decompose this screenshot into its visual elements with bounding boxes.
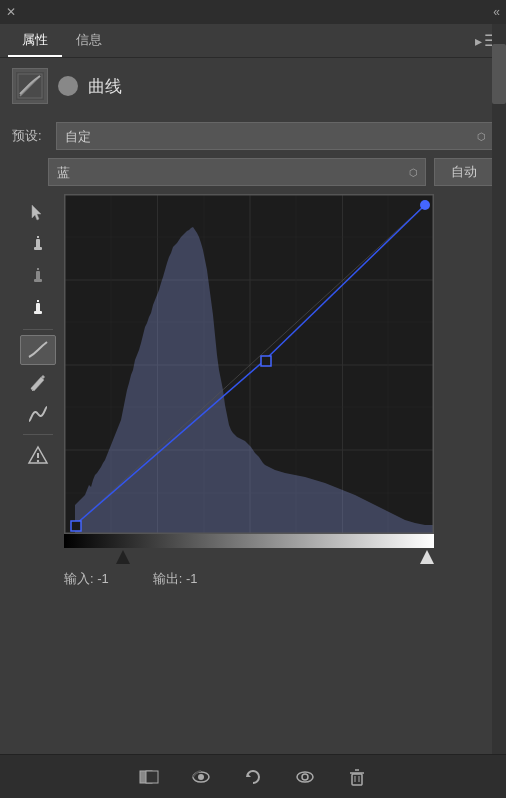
- tab-properties[interactable]: 属性: [8, 25, 62, 57]
- channel-select-wrapper: RGB 红 绿 蓝: [48, 158, 426, 186]
- panel-header: 曲线: [0, 58, 506, 114]
- channel-row: RGB 红 绿 蓝 自动: [12, 158, 494, 186]
- eyedropper-white-tool[interactable]: [20, 294, 56, 324]
- pointer-tool[interactable]: [20, 198, 56, 228]
- tools-sidebar: [12, 194, 64, 588]
- svg-rect-34: [261, 356, 271, 366]
- eyedropper-gray-tool[interactable]: [20, 262, 56, 292]
- pencil-tool[interactable]: [20, 367, 56, 397]
- svg-rect-44: [352, 774, 362, 785]
- svg-rect-7: [34, 279, 42, 282]
- grid-svg: [65, 195, 433, 533]
- io-row: 输入: -1 输出: -1: [64, 570, 494, 588]
- curves-icon-svg: [16, 72, 44, 100]
- curve-tool[interactable]: [20, 335, 56, 365]
- reset-button[interactable]: [237, 761, 269, 793]
- svg-rect-33: [71, 521, 81, 531]
- scrollbar-thumb[interactable]: [492, 44, 506, 104]
- svg-rect-10: [34, 311, 42, 314]
- output-label: 输出: -1: [153, 570, 198, 588]
- svg-point-40: [198, 774, 204, 780]
- preset-row: 预设: 自定 默认 增强对比度 强化阴影: [12, 122, 494, 150]
- tool-separator-1: [23, 329, 53, 330]
- white-point-slider[interactable]: [420, 550, 434, 564]
- preset-select[interactable]: 自定 默认 增强对比度 强化阴影: [56, 122, 494, 150]
- curve-canvas[interactable]: [64, 194, 434, 534]
- svg-rect-38: [146, 771, 158, 783]
- preset-select-wrapper: 自定 默认 增强对比度 强化阴影: [56, 122, 494, 150]
- content-area: 预设: 自定 默认 增强对比度 强化阴影 RGB 红 绿 蓝 自动: [0, 114, 506, 594]
- channel-select[interactable]: RGB 红 绿 蓝: [48, 158, 426, 186]
- curves-icon-box: [12, 68, 48, 104]
- close-icon[interactable]: ✕: [6, 5, 16, 19]
- tabs-bar: 属性 信息 ▸ ☰: [0, 24, 506, 58]
- eyedropper-black-tool[interactable]: [20, 230, 56, 260]
- preset-label: 预设:: [12, 127, 48, 145]
- auto-button[interactable]: 自动: [434, 158, 494, 186]
- gradient-strip-bottom: [64, 534, 434, 548]
- panel-title: 曲线: [88, 75, 122, 98]
- title-bar: ✕ «: [0, 0, 506, 24]
- black-point-slider[interactable]: [116, 550, 130, 564]
- curve-container: 输入: -1 输出: -1: [64, 194, 494, 588]
- svg-point-43: [302, 774, 308, 780]
- delete-button[interactable]: [341, 761, 373, 793]
- eye-filled-button[interactable]: [185, 761, 217, 793]
- tab-info[interactable]: 信息: [62, 25, 116, 57]
- input-label: 输入: -1: [64, 570, 109, 588]
- main-area: 输入: -1 输出: -1: [12, 194, 494, 588]
- tool-separator-2: [23, 434, 53, 435]
- slider-row: [64, 550, 434, 564]
- svg-rect-4: [34, 247, 42, 250]
- eye-button[interactable]: [289, 761, 321, 793]
- circle-icon: [58, 76, 78, 96]
- scrollbar[interactable]: [492, 24, 506, 754]
- svg-point-14: [37, 460, 39, 462]
- expand-icon[interactable]: «: [493, 5, 500, 19]
- mask-button[interactable]: [133, 761, 165, 793]
- svg-point-35: [420, 200, 430, 210]
- spline-tool[interactable]: [20, 399, 56, 429]
- bottom-toolbar: [0, 754, 506, 798]
- warning-tool[interactable]: [20, 440, 56, 470]
